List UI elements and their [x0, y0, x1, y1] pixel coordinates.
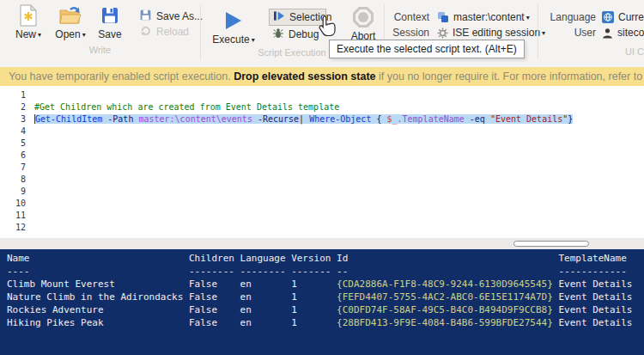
banner-text-suffix: if you no longer require it. For more in…	[376, 70, 643, 83]
line-number: 12	[0, 222, 28, 234]
editor-line[interactable]: 11	[0, 210, 644, 222]
editor-line[interactable]: 3Get-ChildItem -Path master:\content\eve…	[0, 113, 644, 125]
line-number: 9	[0, 186, 28, 198]
execute-play-icon	[224, 9, 243, 32]
dropdown-caret-icon: ▾	[38, 31, 41, 39]
session-label: Session	[384, 27, 429, 39]
save-button-label: Save	[98, 28, 121, 40]
debug-button[interactable]: Debug	[273, 28, 319, 41]
language-value-dropdown[interactable]: Curre	[618, 11, 644, 23]
reload-icon	[140, 25, 151, 39]
editor-line[interactable]: 2#Get Children which are created from Ev…	[0, 101, 644, 113]
selection-button-label: Selection	[289, 11, 331, 23]
editor-lines: 12#Get Children which are created from E…	[0, 89, 644, 234]
line-number: 2	[0, 101, 28, 113]
sitecore-powershell-ise-window: New▾ Open▾ Sav	[0, 0, 644, 355]
session-row: Session ISE editing session▾	[384, 26, 545, 40]
editor-line[interactable]: 5	[0, 138, 644, 150]
open-button-label: Open	[55, 28, 80, 40]
selected-code-text: Get-ChildItem -Path master:\content\even…	[34, 114, 573, 124]
editor-line[interactable]: 8	[0, 174, 644, 186]
context-value-dropdown[interactable]: master:\content▾	[453, 11, 530, 23]
new-button-label: New	[15, 28, 36, 40]
line-number: 11	[0, 210, 28, 222]
selection-play-icon	[274, 10, 285, 24]
new-document-icon	[20, 3, 37, 27]
save-floppy-icon	[101, 3, 118, 27]
editor-line[interactable]: 7	[0, 162, 644, 174]
elevated-session-warning-banner: You have temporarily enabled script exec…	[0, 67, 644, 86]
context-label: Context	[384, 11, 429, 23]
selection-button[interactable]: Selection	[269, 9, 326, 26]
save-as-button-label: Save As...	[156, 10, 203, 22]
dropdown-caret-icon: ▾	[82, 31, 86, 39]
open-folder-icon	[59, 3, 82, 27]
banner-drop-session-link[interactable]: Drop elevated session state	[234, 70, 375, 83]
execute-button[interactable]: Execute▾	[209, 3, 258, 46]
horizontal-scrollbar-track[interactable]	[0, 238, 644, 249]
abort-stop-icon	[352, 5, 374, 28]
line-number: 3	[0, 113, 28, 125]
horizontal-scrollbar-thumb[interactable]	[513, 241, 589, 247]
language-label: Language	[538, 11, 596, 23]
editor-line[interactable]: 10	[0, 198, 644, 210]
ribbon-toolbar: New▾ Open▾ Sav	[0, 0, 644, 67]
line-number: 10	[0, 198, 28, 210]
console-line: Hiking Pikes Peak False en 1 {28BFD413-9…	[7, 316, 644, 329]
debug-bug-icon	[273, 28, 283, 41]
write-group-label: Write	[0, 45, 200, 55]
session-gear-icon	[437, 28, 448, 39]
console-output: Name Children Language Version Id Templa…	[0, 249, 644, 355]
context-row: Context master:\content▾	[384, 10, 530, 24]
context-database-icon	[437, 11, 449, 23]
console-line: Rockies Adventure False en 1 {C0DFD74F-5…	[7, 303, 644, 316]
user-row: User siteco	[538, 26, 644, 40]
console-line: ---- -------- -------- ------- -- ------…	[7, 265, 644, 278]
abort-button[interactable]: Abort	[345, 5, 381, 42]
dropdown-caret-icon: ▾	[526, 14, 530, 21]
save-button[interactable]: Save	[93, 3, 127, 40]
user-label: User	[538, 27, 596, 39]
line-number: 1	[0, 89, 28, 101]
editor-line[interactable]: 1	[0, 89, 644, 101]
editor-line[interactable]: 9	[0, 186, 644, 198]
reload-button-label: Reload	[156, 26, 189, 38]
line-number: 4	[0, 125, 28, 138]
language-row: Language Curre	[538, 10, 644, 24]
open-button[interactable]: Open▾	[52, 3, 89, 40]
banner-text: You have temporarily enabled script exec…	[9, 70, 234, 83]
debug-button-label: Debug	[289, 28, 319, 40]
console-line: Name Children Language Version Id Templa…	[7, 252, 644, 265]
tooltip: Execute the selected script text. (Alt+E…	[329, 40, 525, 58]
console-line: Nature Climb in the Adirondacks False en…	[7, 291, 644, 303]
save-as-floppy-icon	[140, 9, 151, 23]
session-value-dropdown[interactable]: ISE editing session▾	[453, 27, 545, 39]
editor-line[interactable]: 12	[0, 222, 644, 234]
user-value-dropdown[interactable]: siteco	[617, 27, 644, 39]
execute-button-label: Execute	[212, 34, 249, 46]
user-person-icon	[602, 28, 613, 39]
tooltip-text: Execute the selected script text. (Alt+E…	[337, 43, 517, 55]
line-number: 6	[0, 150, 28, 162]
line-number: 8	[0, 174, 28, 186]
language-globe-icon	[602, 11, 614, 23]
editor-line[interactable]: 6	[0, 150, 644, 162]
save-as-button[interactable]: Save As...	[140, 9, 203, 23]
console-line: Climb Mount Everest False en 1 {CDA2886A…	[7, 278, 644, 291]
line-number: 7	[0, 162, 28, 174]
ui-context-group-label: UI Co	[625, 46, 644, 57]
editor-line[interactable]: 4	[0, 125, 644, 138]
dropdown-caret-icon: ▾	[252, 36, 255, 44]
script-editor[interactable]: 12#Get Children which are created from E…	[0, 86, 644, 238]
line-number: 5	[0, 138, 28, 150]
new-button[interactable]: New▾	[10, 3, 46, 40]
reload-button[interactable]: Reload	[140, 25, 189, 39]
